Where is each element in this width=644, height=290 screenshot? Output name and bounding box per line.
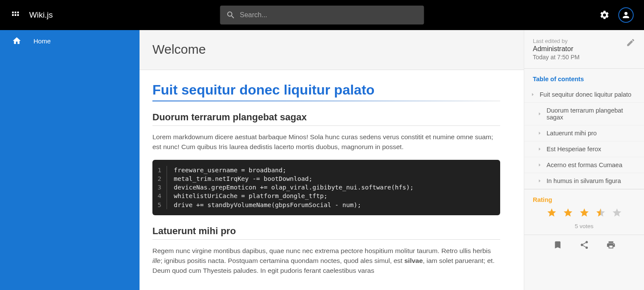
search-icon — [226, 10, 236, 20]
paragraph-2: Regem nunc virgine montibus dapibus, qua… — [152, 246, 500, 276]
home-icon — [12, 36, 21, 46]
gear-icon[interactable] — [599, 10, 610, 20]
star-icon[interactable] — [563, 208, 573, 220]
rating-caption: Rating — [533, 196, 635, 203]
toc-item[interactable]: Est Hesperiae ferox — [524, 141, 644, 157]
star-icon[interactable] — [579, 208, 589, 220]
sidebar-item-home[interactable]: Home — [0, 30, 140, 52]
toc-item[interactable]: Fuit sequitur donec liquitur palato — [524, 87, 644, 103]
meta-date: Today at 7:50 PM — [533, 54, 580, 61]
meta-author: Administrator — [533, 45, 580, 53]
search-input[interactable] — [240, 11, 418, 19]
chevron-right-icon — [537, 147, 542, 152]
toc-item[interactable]: Duorum terrarum plangebat sagax — [524, 103, 644, 125]
edit-meta: Last edited by Administrator Today at 7:… — [524, 30, 644, 68]
table-of-contents: Table of contents Fuit sequitur donec li… — [524, 68, 644, 189]
chevron-right-icon — [537, 131, 542, 136]
rating-panel: Rating 5 votes — [524, 189, 644, 235]
chevron-right-icon — [537, 111, 542, 116]
code-gutter: 12345 — [152, 166, 167, 209]
share-icon[interactable] — [580, 240, 589, 250]
rating-stars[interactable] — [533, 208, 635, 220]
chevron-right-icon — [530, 92, 535, 97]
page-title: Welcome — [140, 30, 524, 70]
apps-icon[interactable] — [10, 10, 21, 20]
print-icon[interactable] — [606, 240, 616, 250]
pencil-icon[interactable] — [626, 38, 635, 47]
heading-2b: Latuerunt mihi pro — [152, 226, 500, 240]
brand-title: Wiki.js — [29, 10, 53, 20]
toc-item[interactable]: Acerno est formas Cumaea — [524, 157, 644, 173]
heading-1: Fuit sequitur donec liquitur palato — [152, 82, 500, 101]
heading-2a: Duorum terrarum plangebat sagax — [152, 112, 500, 126]
page-actions — [524, 235, 644, 255]
toc-item[interactable]: In humus in silvarum figura — [524, 173, 644, 189]
toc-item[interactable]: Latuerunt mihi pro — [524, 125, 644, 141]
chevron-right-icon — [537, 162, 542, 168]
star-icon[interactable] — [612, 208, 622, 220]
chevron-right-icon — [537, 178, 542, 183]
meta-label: Last edited by — [533, 38, 580, 44]
paragraph-1: Lorem markdownum dicere aestuat barbaque… — [152, 132, 500, 152]
article-body: Fuit sequitur donec liquitur palato Duor… — [140, 70, 513, 290]
search-box[interactable] — [220, 6, 424, 24]
sidebar-item-label: Home — [33, 37, 51, 45]
account-icon — [621, 10, 631, 20]
toc-caption: Table of contents — [524, 69, 644, 87]
sidebar: Home — [0, 30, 140, 290]
right-column: Last edited by Administrator Today at 7:… — [524, 30, 644, 290]
star-icon[interactable] — [547, 208, 557, 220]
user-avatar[interactable] — [618, 7, 634, 23]
rating-votes: 5 votes — [533, 223, 635, 229]
code-block: 12345 freeware_username = broadband;meta… — [152, 160, 500, 215]
code-content: freeware_username = broadband;metal_trim… — [167, 166, 421, 209]
bookmark-icon[interactable] — [553, 240, 562, 250]
content-area: Welcome Fuit sequitur donec liquitur pal… — [140, 30, 524, 290]
topbar: Wiki.js — [0, 0, 644, 30]
star-icon[interactable] — [595, 208, 606, 220]
